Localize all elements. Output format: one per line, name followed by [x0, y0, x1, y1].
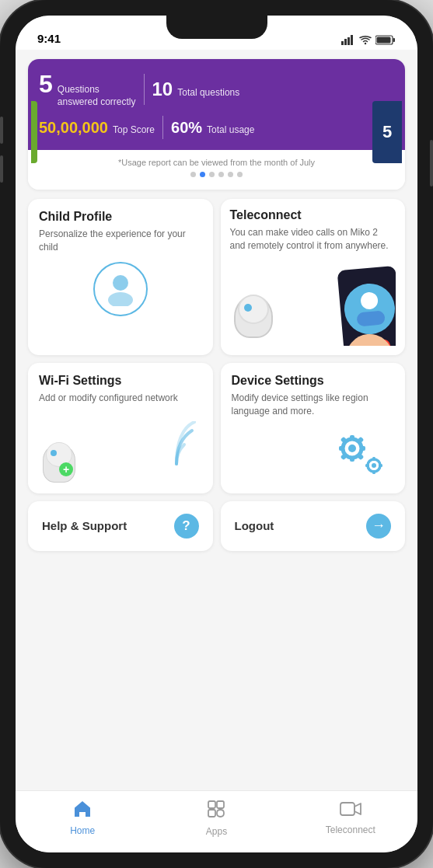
nav-apps-label: Apps: [206, 826, 227, 837]
wifi-card[interactable]: Wi-Fi Settings Add or modify configured …: [28, 363, 213, 493]
child-profile-title: Child Profile: [39, 210, 202, 224]
device-settings-desc: Modify device settings like region langu…: [232, 392, 395, 418]
svg-rect-2: [347, 37, 350, 45]
stats-row-1: 5 Questionsanswered correctly 10 Total q…: [39, 70, 394, 108]
nav-home[interactable]: Home: [55, 800, 110, 836]
stats-card: 5 Questionsanswered correctly 10 Total q…: [28, 59, 405, 190]
svg-point-7: [113, 275, 128, 291]
dot-1[interactable]: [190, 172, 196, 177]
child-profile-desc: Personalize the experience for your chil…: [39, 228, 202, 254]
svg-point-8: [108, 292, 133, 306]
svg-rect-24: [379, 464, 382, 467]
status-time: 9:41: [37, 32, 61, 45]
signal-icon: [341, 35, 355, 45]
top-score-label: Top Score: [113, 124, 155, 135]
bottom-nav: Home Apps: [16, 790, 417, 852]
arrow-right-icon: →: [372, 518, 386, 534]
usage-label: Total usage: [207, 124, 254, 135]
help-support-button[interactable]: Help & Support ?: [28, 501, 213, 551]
svg-rect-14: [360, 446, 365, 451]
svg-rect-13: [339, 446, 344, 451]
svg-rect-23: [365, 464, 369, 467]
usage-number: 60%: [171, 119, 202, 137]
usage-note-section: *Usage report can be viewed from the mon…: [28, 150, 405, 190]
child-profile-card[interactable]: Child Profile Personalize the experience…: [28, 199, 213, 355]
svg-rect-3: [351, 35, 353, 45]
svg-rect-27: [208, 810, 215, 817]
question-mark-icon: ?: [182, 518, 190, 534]
top-card-grid: Child Profile Personalize the experience…: [28, 199, 405, 355]
total-questions-stat: 10 Total questions: [152, 78, 240, 100]
nav-apps[interactable]: Apps: [189, 799, 243, 837]
dot-4[interactable]: [218, 172, 224, 177]
logout-label: Logout: [235, 519, 274, 532]
wifi-image: +: [39, 413, 202, 483]
dot-3[interactable]: [209, 172, 215, 177]
questions-answered-label: Questionsanswered correctly: [58, 84, 136, 108]
dot-6[interactable]: [237, 172, 243, 177]
side-number: 5: [382, 122, 392, 142]
apps-icon: [206, 799, 226, 824]
wifi-desc: Add or modify configured network: [39, 392, 202, 405]
divider: [144, 74, 145, 105]
blue-accent-bar: 5: [372, 101, 402, 163]
svg-rect-25: [208, 801, 215, 808]
device-settings-image: [232, 425, 395, 479]
wifi-title: Wi-Fi Settings: [39, 374, 202, 388]
action-buttons-row: Help & Support ? Logout →: [28, 501, 405, 551]
bottom-card-grid: Wi-Fi Settings Add or modify configured …: [28, 363, 405, 493]
status-icons: [341, 35, 396, 45]
total-questions-number: 10: [152, 78, 173, 100]
teleconnect-image: 📞 📵: [230, 260, 396, 346]
battery-icon: [375, 35, 396, 45]
nav-home-label: Home: [70, 825, 95, 836]
svg-rect-6: [377, 37, 391, 44]
teleconnect-desc: You can make video calls on Miko 2 and r…: [230, 226, 396, 253]
logout-icon-circle: →: [366, 514, 391, 539]
dot-2[interactable]: [200, 172, 205, 177]
gear-icons: [329, 425, 391, 479]
carousel-dots: [28, 172, 405, 177]
svg-rect-5: [393, 38, 396, 42]
svg-rect-0: [341, 41, 344, 45]
total-questions-label: Total questions: [177, 87, 239, 98]
top-score-stat: 50,00,000 Top Score: [39, 119, 155, 137]
help-icon-circle: ?: [174, 514, 199, 539]
teleconnect-card[interactable]: Teleconnect You can make video calls on …: [221, 199, 406, 355]
device-settings-card[interactable]: Device Settings Modify device settings l…: [221, 363, 406, 493]
wifi-arcs: [141, 421, 196, 475]
stats-purple-section: 5 Questionsanswered correctly 10 Total q…: [28, 59, 405, 150]
logout-button[interactable]: Logout →: [221, 501, 406, 551]
child-profile-image: [39, 262, 202, 316]
svg-rect-22: [372, 470, 375, 474]
green-accent-bar: [31, 101, 37, 163]
wifi-robot: +: [39, 424, 82, 483]
usage-stat: 60% Total usage: [171, 119, 254, 137]
robot-illustration: [230, 284, 281, 346]
home-icon: [72, 800, 93, 823]
dot-5[interactable]: [228, 172, 233, 177]
svg-rect-12: [350, 456, 354, 462]
svg-rect-28: [340, 803, 354, 815]
svg-rect-11: [350, 435, 354, 441]
top-score-number: 50,00,000: [39, 119, 108, 137]
svg-rect-1: [344, 39, 347, 45]
usage-note: *Usage report can be viewed from the mon…: [28, 158, 405, 167]
nav-teleconnect[interactable]: Teleconnect: [323, 800, 378, 835]
device-settings-title: Device Settings: [232, 374, 395, 388]
child-icon-circle: [93, 262, 148, 316]
questions-answered-number: 5: [39, 70, 53, 99]
svg-rect-21: [372, 457, 375, 461]
svg-rect-26: [217, 801, 224, 808]
svg-point-10: [348, 444, 356, 452]
divider-2: [162, 116, 163, 139]
questions-answered-stat: 5 Questionsanswered correctly: [39, 70, 136, 108]
svg-point-20: [372, 463, 376, 468]
wifi-status-icon: [359, 36, 372, 45]
person-icon: [105, 272, 136, 306]
nav-teleconnect-label: Teleconnect: [326, 824, 375, 835]
help-support-label: Help & Support: [42, 519, 127, 532]
teleconnect-icon: [340, 800, 361, 822]
teleconnect-title: Teleconnect: [230, 208, 396, 222]
main-content: 5 Questionsanswered correctly 10 Total q…: [16, 50, 417, 790]
